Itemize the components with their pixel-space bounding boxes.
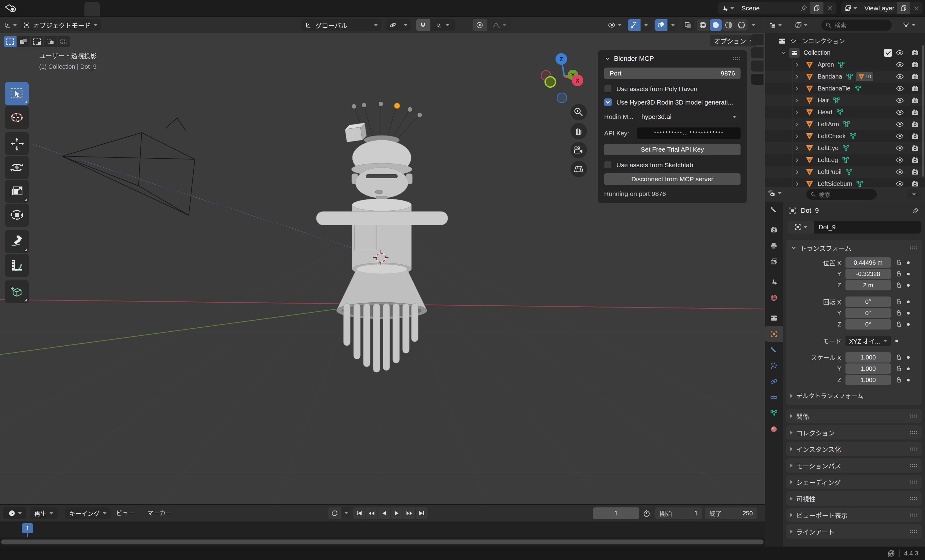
sidebar-tab[interactable] bbox=[751, 34, 764, 45]
rodin-mode-dropdown[interactable]: hyper3d.ai bbox=[637, 111, 741, 123]
chevron-down-icon[interactable] bbox=[780, 50, 787, 56]
tool-rotate[interactable] bbox=[5, 156, 29, 179]
lock-open-icon[interactable] bbox=[895, 259, 902, 267]
tab-physics[interactable] bbox=[765, 374, 783, 389]
eye-icon[interactable] bbox=[896, 96, 904, 105]
animate-dot[interactable] bbox=[907, 300, 910, 303]
camera-icon[interactable] bbox=[911, 84, 919, 93]
eye-icon[interactable] bbox=[896, 156, 904, 164]
lock-open-icon[interactable] bbox=[895, 270, 902, 278]
expand-icon[interactable] bbox=[794, 110, 800, 116]
field-value[interactable]: 0° bbox=[845, 319, 891, 330]
workspace-tab[interactable] bbox=[100, 2, 115, 17]
grip-icon[interactable] bbox=[909, 429, 917, 436]
eye-icon[interactable] bbox=[896, 60, 904, 69]
outliner-object-row[interactable]: LeftLeg bbox=[765, 154, 925, 166]
expand-icon[interactable] bbox=[794, 98, 800, 104]
viewlayer-name[interactable]: ViewLayer bbox=[860, 5, 897, 12]
tool-move[interactable] bbox=[5, 132, 29, 155]
grip-icon[interactable] bbox=[909, 446, 917, 452]
workspace-tab[interactable] bbox=[207, 2, 222, 17]
shading-material-button[interactable] bbox=[723, 19, 735, 31]
animate-dot[interactable] bbox=[907, 356, 910, 359]
select-mode-invert[interactable] bbox=[44, 36, 57, 47]
expand-icon[interactable] bbox=[794, 86, 800, 92]
field-value[interactable]: 0° bbox=[845, 308, 891, 318]
eye-icon[interactable] bbox=[896, 168, 904, 176]
prev-keyframe-button[interactable] bbox=[366, 507, 377, 519]
field-value[interactable]: XYZ オイ... bbox=[845, 336, 891, 346]
tab-collection[interactable] bbox=[765, 310, 783, 326]
select-mode-new[interactable] bbox=[4, 36, 17, 47]
jump-to-start-button[interactable] bbox=[353, 507, 365, 519]
grip-icon[interactable] bbox=[732, 56, 741, 62]
lock-open-icon[interactable] bbox=[895, 376, 902, 384]
lock-open-icon[interactable] bbox=[895, 282, 902, 289]
camera-icon[interactable] bbox=[911, 120, 919, 128]
object-name[interactable]: Apron bbox=[818, 61, 834, 68]
pin-icon[interactable] bbox=[911, 207, 919, 215]
sidebar-tab[interactable] bbox=[751, 60, 764, 72]
outliner-object-row[interactable]: LeftCheek bbox=[765, 130, 925, 142]
visibility-dropdown[interactable] bbox=[603, 19, 626, 31]
collapsed-panel[interactable]: コレクション bbox=[786, 425, 922, 440]
play-button[interactable] bbox=[391, 507, 402, 519]
delete-viewlayer-icon[interactable] bbox=[910, 5, 922, 12]
tool-measure[interactable] bbox=[5, 254, 29, 277]
tab-render[interactable] bbox=[765, 222, 783, 238]
grip-icon[interactable] bbox=[909, 462, 917, 469]
tab-world[interactable] bbox=[765, 290, 783, 306]
animate-dot[interactable] bbox=[907, 261, 910, 264]
new-viewlayer-button[interactable] bbox=[897, 2, 910, 14]
timeline-ruler[interactable]: 1 bbox=[0, 521, 765, 537]
expand-icon[interactable] bbox=[794, 62, 800, 68]
grip-icon[interactable] bbox=[909, 479, 917, 485]
camera-icon[interactable] bbox=[911, 96, 919, 105]
lock-open-icon[interactable] bbox=[895, 365, 902, 372]
viewlayer-icon[interactable] bbox=[841, 5, 860, 12]
expand-icon[interactable] bbox=[794, 145, 800, 151]
field-value[interactable]: 1.000 bbox=[845, 352, 891, 363]
collapsed-panel[interactable]: モーションパス bbox=[786, 458, 922, 473]
expand-icon[interactable] bbox=[794, 181, 800, 187]
auto-keying-toggle[interactable] bbox=[328, 507, 341, 519]
timeline-view-menu[interactable]: ビュー bbox=[110, 505, 140, 521]
eye-icon[interactable] bbox=[896, 84, 904, 93]
proportional-falloff-dropdown[interactable] bbox=[487, 19, 511, 31]
select-mode-intersect[interactable] bbox=[57, 36, 70, 47]
eye-icon[interactable] bbox=[896, 132, 904, 140]
collapsed-panel[interactable]: ビューポート表示 bbox=[786, 508, 922, 522]
camera-icon[interactable] bbox=[911, 72, 919, 81]
properties-options-dropdown[interactable] bbox=[907, 189, 921, 200]
menu-item[interactable] bbox=[147, 17, 158, 33]
tool-add-primitive[interactable] bbox=[5, 280, 29, 303]
mcp-port-field[interactable]: Port9876 bbox=[604, 68, 741, 79]
camera-icon[interactable] bbox=[911, 180, 919, 187]
frame-end-field[interactable]: 終了250 bbox=[705, 507, 757, 519]
field-value[interactable]: 1.000 bbox=[845, 363, 891, 374]
object-name[interactable]: LeftLeg bbox=[818, 156, 838, 164]
outliner-display-mode-dropdown[interactable] bbox=[767, 19, 784, 31]
field-value[interactable]: 0.44496 m bbox=[845, 257, 891, 268]
mcp-polyhaven-checkbox[interactable]: Use assets from Poly Haven bbox=[604, 85, 741, 93]
animate-dot[interactable] bbox=[907, 368, 910, 370]
workspace-tab[interactable] bbox=[191, 2, 207, 17]
keying-dropdown[interactable] bbox=[342, 507, 351, 519]
tab-scene[interactable] bbox=[765, 274, 783, 290]
field-value[interactable]: 1.000 bbox=[845, 375, 891, 385]
object-name[interactable]: Bandana bbox=[818, 73, 842, 80]
jump-to-end-button[interactable] bbox=[416, 507, 428, 519]
object-name[interactable]: LeftCheek bbox=[818, 133, 845, 140]
timeline-scrollbar[interactable] bbox=[1, 539, 764, 544]
animate-dot[interactable] bbox=[895, 339, 898, 342]
play-reverse-button[interactable] bbox=[378, 507, 390, 519]
snap-settings-dropdown[interactable] bbox=[431, 19, 455, 31]
tab-tool[interactable] bbox=[765, 202, 783, 218]
proportional-editing-toggle[interactable] bbox=[473, 19, 487, 31]
camera-icon[interactable] bbox=[911, 132, 919, 140]
scene-selector[interactable]: Scene bbox=[718, 2, 836, 14]
outliner-object-row[interactable]: Bandana 10 bbox=[765, 71, 925, 83]
outliner-object-row[interactable]: Head bbox=[765, 107, 925, 118]
eye-icon[interactable] bbox=[896, 180, 904, 187]
delta-transform-subpanel[interactable]: デルタトランスフォーム bbox=[790, 391, 917, 400]
